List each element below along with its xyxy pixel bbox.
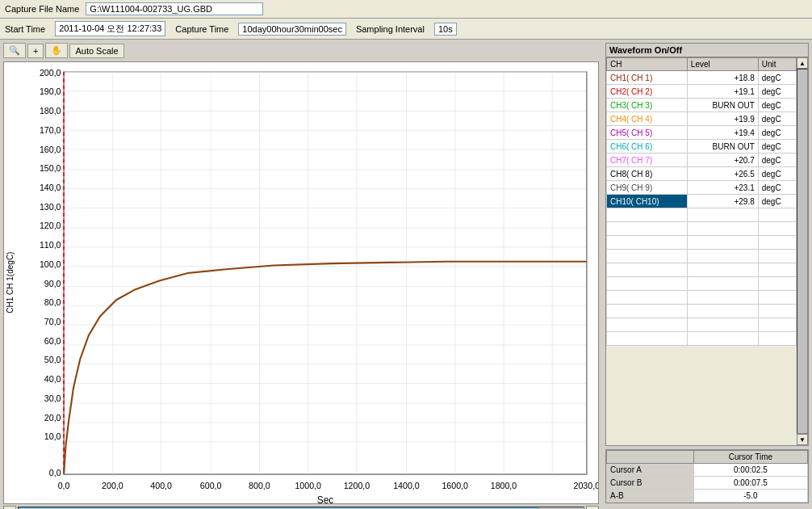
waveform-row[interactable]: CH8( CH 8)+26.5degC <box>607 167 797 181</box>
capture-time-label: Capture Time <box>175 24 228 34</box>
waveform-row[interactable]: CH5( CH 5)+19.4degC <box>607 126 797 140</box>
sampling-interval-value: 10s <box>434 23 457 36</box>
cursor-section: Cursor Time Cursor A0:00:02.5Cursor B0:0… <box>605 449 809 503</box>
svg-text:200,0: 200,0 <box>102 481 123 490</box>
waveform-empty-row <box>607 305 797 318</box>
waveform-empty-row <box>607 318 797 332</box>
svg-text:20,0: 20,0 <box>44 413 61 423</box>
svg-text:190,0: 190,0 <box>40 86 61 96</box>
waveform-row[interactable]: CH10( CH10)+29.8degC <box>607 195 797 208</box>
waveform-scroll-track[interactable] <box>797 69 808 434</box>
cursor-row: A-B-5.0 <box>607 490 808 503</box>
ch-unit: degC <box>758 71 796 85</box>
waveform-scroll-down[interactable]: ▼ <box>797 434 808 445</box>
waveform-row[interactable]: CH9( CH 9)+23.1degC <box>607 181 797 195</box>
chart-panel: 🔍 + ✋ Auto Scale CH1 CH 1(degC) <box>0 40 602 507</box>
svg-text:10,0: 10,0 <box>44 431 61 441</box>
ch-unit: degC <box>758 195 796 208</box>
ch-level: +18.8 <box>687 71 758 85</box>
ch-level: +26.5 <box>687 167 758 181</box>
waveform-scroll-up[interactable]: ▲ <box>797 57 808 69</box>
svg-text:1400,0: 1400,0 <box>393 481 420 490</box>
waveform-empty-row <box>607 263 797 277</box>
waveform-row[interactable]: CH2( CH 2)+19.1degC <box>607 85 797 99</box>
svg-text:0,0: 0,0 <box>58 481 70 490</box>
hand-button[interactable]: ✋ <box>45 43 68 58</box>
start-time-label: Start Time <box>5 24 45 34</box>
waveform-row[interactable]: CH3( CH 3)BURN OUTdegC <box>607 99 797 112</box>
ch-name: CH4( CH 4) <box>607 112 688 126</box>
cursor-empty-header <box>607 451 694 464</box>
waveform-row[interactable]: CH1( CH 1)+18.8degC <box>607 71 797 85</box>
ch-unit: degC <box>758 126 796 140</box>
svg-text:0,0: 0,0 <box>49 468 61 477</box>
waveform-empty-row <box>607 208 797 222</box>
plus-button[interactable]: + <box>27 44 44 58</box>
cursor-row-value: -5.0 <box>693 490 807 503</box>
cursor-row-label: Cursor B <box>607 477 694 490</box>
chart-toolbar: 🔍 + ✋ Auto Scale <box>3 43 599 58</box>
ch-name: CH7( CH 7) <box>607 154 688 167</box>
ch-level: +19.1 <box>687 85 758 99</box>
ch-level: +19.9 <box>687 112 758 126</box>
svg-text:800,0: 800,0 <box>249 481 270 490</box>
ch-level: +20.7 <box>687 154 758 167</box>
svg-text:160,0: 160,0 <box>40 144 61 154</box>
svg-text:70,0: 70,0 <box>44 317 61 326</box>
waveform-row[interactable]: CH6( CH 6)BURN OUTdegC <box>607 140 797 154</box>
svg-text:30,0: 30,0 <box>44 393 61 403</box>
cursor-row-value: 0:00:07.5 <box>693 477 807 490</box>
cursor-time-header: Cursor Time <box>693 451 807 464</box>
y-axis-label: CH1 CH 1(degC) <box>4 62 16 503</box>
start-time-value: 2011-10-04 오전 12:27:33 <box>55 21 165 36</box>
svg-rect-0 <box>64 72 587 474</box>
waveform-row[interactable]: CH4( CH 4)+19.9degC <box>607 112 797 126</box>
capture-file-name-label: Capture File Name <box>5 4 79 14</box>
waveform-header-level: Level <box>687 58 758 71</box>
svg-text:Sec: Sec <box>317 494 333 503</box>
svg-text:600,0: 600,0 <box>200 481 222 490</box>
waveform-header-ch: CH <box>607 58 688 71</box>
ch-unit: degC <box>758 167 796 181</box>
svg-text:120,0: 120,0 <box>40 221 61 230</box>
svg-text:150,0: 150,0 <box>40 163 61 173</box>
ch-unit: degC <box>758 140 796 154</box>
cursor-row-value: 0:00:02.5 <box>693 464 807 477</box>
scroll-right-button[interactable]: ▶ <box>586 506 599 509</box>
ch-level: +23.1 <box>687 181 758 195</box>
waveform-scrollbar[interactable]: ▲ ▼ <box>797 57 808 445</box>
ch-unit: degC <box>758 112 796 126</box>
waveform-empty-row <box>607 236 797 250</box>
chart-inner: 200,0 190,0 180,0 170,0 160,0 150,0 140,… <box>16 62 598 503</box>
ch-name: CH9( CH 9) <box>607 181 688 195</box>
waveform-empty-row <box>607 250 797 263</box>
ch-name: CH2( CH 2) <box>607 85 688 99</box>
ch-unit: degC <box>758 154 796 167</box>
sampling-interval-label: Sampling Interval <box>356 24 425 34</box>
capture-file-name-value: G:\W111004-002733_UG.GBD <box>86 2 263 15</box>
auto-scale-button[interactable]: Auto Scale <box>69 44 123 58</box>
ch-unit: degC <box>758 181 796 195</box>
svg-text:50,0: 50,0 <box>44 355 61 364</box>
waveform-header-unit: Unit <box>758 58 796 71</box>
svg-text:110,0: 110,0 <box>40 240 61 250</box>
svg-text:60,0: 60,0 <box>44 336 61 346</box>
ch-name: CH8( CH 8) <box>607 167 688 181</box>
svg-text:180,0: 180,0 <box>40 106 61 116</box>
ch-unit: degC <box>758 85 796 99</box>
ch-level: BURN OUT <box>687 140 758 154</box>
waveform-row[interactable]: CH7( CH 7)+20.7degC <box>607 154 797 167</box>
cursor-row: Cursor B0:00:07.5 <box>607 477 808 490</box>
cursor-row: Cursor A0:00:02.5 <box>607 464 808 477</box>
main-area: 🔍 + ✋ Auto Scale CH1 CH 1(degC) <box>0 40 812 507</box>
waveform-empty-row <box>607 277 797 291</box>
right-panel: Waveform On/Off CH Level Unit CH1( CH 1)… <box>602 40 812 507</box>
title-bar: Capture File Name G:\W111004-002733_UG.G… <box>0 0 812 19</box>
scroll-left-button[interactable]: ◀ <box>3 506 16 509</box>
horizontal-scrollbar[interactable]: ◀ ▶ <box>3 506 599 509</box>
svg-text:140,0: 140,0 <box>40 183 61 192</box>
svg-text:1000,0: 1000,0 <box>295 481 321 490</box>
magnify-button[interactable]: 🔍 <box>3 43 26 58</box>
svg-text:400,0: 400,0 <box>150 481 172 490</box>
chart-svg: 200,0 190,0 180,0 170,0 160,0 150,0 140,… <box>16 62 598 503</box>
